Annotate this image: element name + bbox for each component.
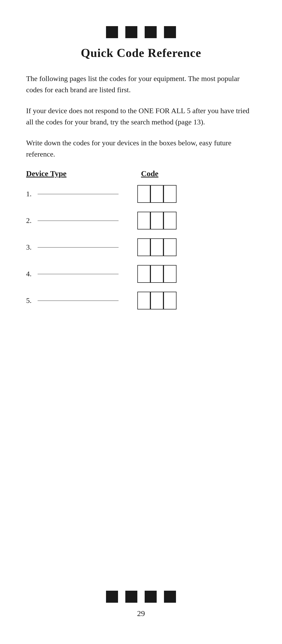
row-line-1 xyxy=(38,194,119,194)
bottom-square-2 xyxy=(125,591,137,603)
code-boxes-5 xyxy=(137,292,177,309)
bottom-decorative-squares xyxy=(106,591,176,603)
top-square-2 xyxy=(125,26,137,38)
header-code: Code xyxy=(141,169,158,178)
page-title: Quick Code Reference xyxy=(81,46,201,60)
code-boxes-1 xyxy=(137,185,177,203)
code-boxes-2 xyxy=(137,212,177,229)
code-box-1-2[interactable] xyxy=(150,185,163,203)
row-line-3 xyxy=(38,247,119,248)
page-number: 29 xyxy=(137,609,145,618)
row-number-1: 1. xyxy=(26,190,36,198)
code-box-2-3[interactable] xyxy=(163,212,177,229)
code-box-5-3[interactable] xyxy=(163,292,177,309)
table-row: 5. xyxy=(26,289,256,312)
code-box-3-2[interactable] xyxy=(150,238,163,256)
bottom-square-3 xyxy=(145,591,157,603)
table-row: 1. xyxy=(26,182,256,206)
code-boxes-4 xyxy=(137,265,177,283)
intro-paragraph-1: The following pages list the codes for y… xyxy=(26,73,256,96)
table-row: 4. xyxy=(26,262,256,286)
page-container: Quick Code Reference The following pages… xyxy=(0,0,282,644)
row-number-4: 4. xyxy=(26,270,36,278)
top-square-1 xyxy=(106,26,118,38)
code-box-5-1[interactable] xyxy=(137,292,150,309)
top-square-4 xyxy=(164,26,176,38)
code-box-4-2[interactable] xyxy=(150,265,163,283)
row-line-2 xyxy=(38,221,119,221)
code-box-5-2[interactable] xyxy=(150,292,163,309)
bottom-square-1 xyxy=(106,591,118,603)
row-number-3: 3. xyxy=(26,243,36,251)
code-box-2-1[interactable] xyxy=(137,212,150,229)
table-row: 3. xyxy=(26,235,256,259)
code-box-3-3[interactable] xyxy=(163,238,177,256)
intro-paragraph-3: Write down the codes for your devices in… xyxy=(26,137,256,160)
top-decorative-squares xyxy=(106,26,176,38)
bottom-area: 29 xyxy=(26,315,256,623)
table-headers: Device Type Code xyxy=(26,169,256,178)
table-row: 2. xyxy=(26,209,256,232)
intro-paragraph-2: If your device does not respond to the O… xyxy=(26,105,256,128)
code-box-1-1[interactable] xyxy=(137,185,150,203)
content-area: The following pages list the codes for y… xyxy=(26,73,256,315)
row-line-4 xyxy=(38,274,119,274)
bottom-square-4 xyxy=(164,591,176,603)
header-device-type: Device Type xyxy=(26,169,125,178)
top-square-3 xyxy=(145,26,157,38)
device-code-table: Device Type Code 1. 2. xyxy=(26,169,256,312)
code-box-2-2[interactable] xyxy=(150,212,163,229)
row-line-5 xyxy=(38,301,119,301)
row-number-2: 2. xyxy=(26,216,36,225)
code-boxes-3 xyxy=(137,238,177,256)
code-box-4-1[interactable] xyxy=(137,265,150,283)
code-box-3-1[interactable] xyxy=(137,238,150,256)
code-box-1-3[interactable] xyxy=(163,185,177,203)
code-box-4-3[interactable] xyxy=(163,265,177,283)
row-number-5: 5. xyxy=(26,296,36,305)
